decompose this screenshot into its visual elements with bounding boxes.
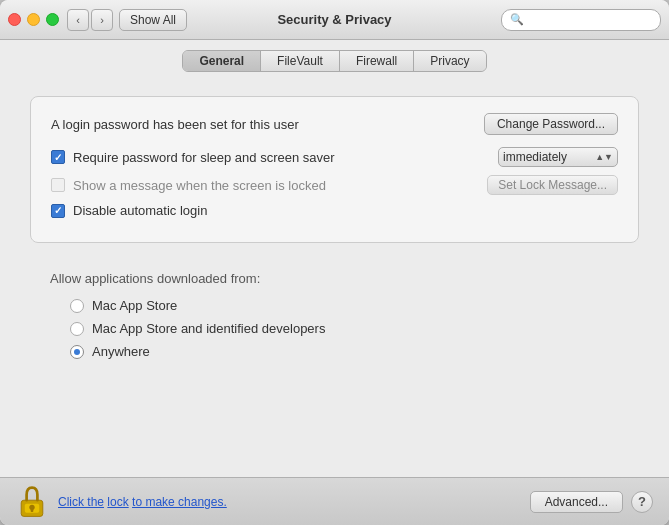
titlebar: ‹ › Show All Security & Privacy 🔍 bbox=[0, 0, 669, 40]
help-button[interactable]: ? bbox=[631, 491, 653, 513]
back-button[interactable]: ‹ bbox=[67, 9, 89, 31]
lock-text-after: to make changes. bbox=[132, 495, 227, 509]
require-password-checkbox[interactable] bbox=[51, 150, 65, 164]
radio-mac-app-store-row: Mac App Store bbox=[70, 298, 619, 313]
require-password-label: Require password for sleep and screen sa… bbox=[73, 150, 490, 165]
download-section: Allow applications downloaded from: Mac … bbox=[30, 259, 639, 379]
nav-buttons: ‹ › bbox=[67, 9, 113, 31]
disable-autologin-row: Disable automatic login bbox=[51, 203, 618, 218]
tab-bar: General FileVault Firewall Privacy bbox=[0, 40, 669, 80]
tab-group: General FileVault Firewall Privacy bbox=[182, 50, 486, 72]
close-button[interactable] bbox=[8, 13, 21, 26]
tab-filevault[interactable]: FileVault bbox=[261, 51, 340, 71]
svg-rect-3 bbox=[31, 507, 34, 512]
radio-mac-app-store-identified[interactable] bbox=[70, 322, 84, 336]
search-input[interactable] bbox=[527, 13, 652, 27]
radio-mac-app-store[interactable] bbox=[70, 299, 84, 313]
lock-status-text: Click the lock to make changes. bbox=[58, 495, 530, 509]
set-lock-message-button[interactable]: Set Lock Message... bbox=[487, 175, 618, 195]
forward-button[interactable]: › bbox=[91, 9, 113, 31]
change-password-button[interactable]: Change Password... bbox=[484, 113, 618, 135]
lock-icon bbox=[16, 484, 48, 520]
radio-mac-app-store-identified-row: Mac App Store and identified developers bbox=[70, 321, 619, 336]
require-password-row: Require password for sleep and screen sa… bbox=[51, 147, 618, 167]
tab-firewall[interactable]: Firewall bbox=[340, 51, 414, 71]
radio-mac-app-store-identified-label: Mac App Store and identified developers bbox=[92, 321, 325, 336]
show-message-label: Show a message when the screen is locked bbox=[73, 178, 479, 193]
download-title: Allow applications downloaded from: bbox=[50, 271, 619, 286]
tab-general[interactable]: General bbox=[183, 51, 261, 71]
show-message-row: Show a message when the screen is locked… bbox=[51, 175, 618, 195]
login-text: A login password has been set for this u… bbox=[51, 117, 299, 132]
search-box[interactable]: 🔍 bbox=[501, 9, 661, 31]
lock-text-before: Click the bbox=[58, 495, 104, 509]
content-area: A login password has been set for this u… bbox=[0, 80, 669, 477]
radio-anywhere[interactable] bbox=[70, 345, 84, 359]
advanced-button[interactable]: Advanced... bbox=[530, 491, 623, 513]
show-message-checkbox[interactable] bbox=[51, 178, 65, 192]
password-timing-value: immediately bbox=[503, 150, 567, 164]
radio-anywhere-label: Anywhere bbox=[92, 344, 150, 359]
login-row: A login password has been set for this u… bbox=[51, 113, 618, 135]
minimize-button[interactable] bbox=[27, 13, 40, 26]
window-title: Security & Privacy bbox=[277, 12, 391, 27]
show-all-button[interactable]: Show All bbox=[119, 9, 187, 31]
login-section: A login password has been set for this u… bbox=[30, 96, 639, 243]
traffic-lights bbox=[8, 13, 59, 26]
radio-mac-app-store-label: Mac App Store bbox=[92, 298, 177, 313]
disable-autologin-checkbox[interactable] bbox=[51, 204, 65, 218]
radio-anywhere-row: Anywhere bbox=[70, 344, 619, 359]
lock-link[interactable]: lock bbox=[107, 495, 128, 509]
search-icon: 🔍 bbox=[510, 13, 524, 26]
bottom-bar: Click the lock to make changes. Advanced… bbox=[0, 477, 669, 525]
tab-privacy[interactable]: Privacy bbox=[414, 51, 485, 71]
maximize-button[interactable] bbox=[46, 13, 59, 26]
password-timing-dropdown[interactable]: immediately ▲▼ bbox=[498, 147, 618, 167]
disable-autologin-label: Disable automatic login bbox=[73, 203, 618, 218]
main-window: ‹ › Show All Security & Privacy 🔍 Genera… bbox=[0, 0, 669, 525]
dropdown-arrow-icon: ▲▼ bbox=[595, 152, 613, 162]
